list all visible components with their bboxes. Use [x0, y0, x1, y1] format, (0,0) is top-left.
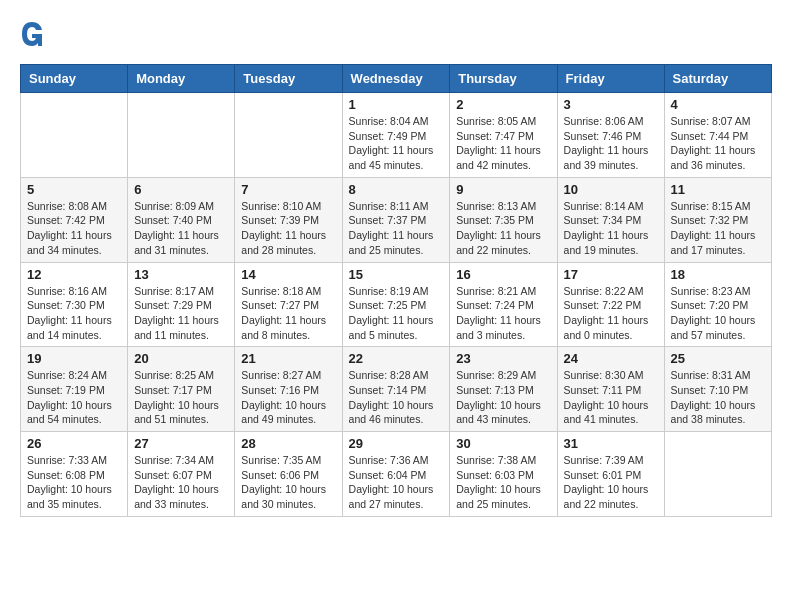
day-number: 14 [241, 267, 335, 282]
day-number: 1 [349, 97, 444, 112]
calendar-cell: 10Sunrise: 8:14 AM Sunset: 7:34 PM Dayli… [557, 177, 664, 262]
day-number: 9 [456, 182, 550, 197]
day-number: 7 [241, 182, 335, 197]
day-info: Sunrise: 8:09 AM Sunset: 7:40 PM Dayligh… [134, 199, 228, 258]
day-of-week-header: Thursday [450, 65, 557, 93]
calendar-cell [664, 432, 771, 517]
calendar-cell: 23Sunrise: 8:29 AM Sunset: 7:13 PM Dayli… [450, 347, 557, 432]
day-info: Sunrise: 8:16 AM Sunset: 7:30 PM Dayligh… [27, 284, 121, 343]
day-info: Sunrise: 8:07 AM Sunset: 7:44 PM Dayligh… [671, 114, 765, 173]
calendar-cell: 1Sunrise: 8:04 AM Sunset: 7:49 PM Daylig… [342, 93, 450, 178]
day-info: Sunrise: 8:19 AM Sunset: 7:25 PM Dayligh… [349, 284, 444, 343]
day-info: Sunrise: 8:11 AM Sunset: 7:37 PM Dayligh… [349, 199, 444, 258]
day-number: 4 [671, 97, 765, 112]
logo-icon [20, 20, 44, 48]
day-info: Sunrise: 8:17 AM Sunset: 7:29 PM Dayligh… [134, 284, 228, 343]
day-info: Sunrise: 8:05 AM Sunset: 7:47 PM Dayligh… [456, 114, 550, 173]
calendar-cell: 31Sunrise: 7:39 AM Sunset: 6:01 PM Dayli… [557, 432, 664, 517]
day-of-week-header: Friday [557, 65, 664, 93]
day-number: 11 [671, 182, 765, 197]
day-number: 18 [671, 267, 765, 282]
day-info: Sunrise: 8:21 AM Sunset: 7:24 PM Dayligh… [456, 284, 550, 343]
day-number: 10 [564, 182, 658, 197]
day-info: Sunrise: 8:06 AM Sunset: 7:46 PM Dayligh… [564, 114, 658, 173]
day-number: 28 [241, 436, 335, 451]
calendar-cell: 12Sunrise: 8:16 AM Sunset: 7:30 PM Dayli… [21, 262, 128, 347]
day-number: 5 [27, 182, 121, 197]
calendar-cell: 8Sunrise: 8:11 AM Sunset: 7:37 PM Daylig… [342, 177, 450, 262]
day-of-week-header: Tuesday [235, 65, 342, 93]
day-info: Sunrise: 8:30 AM Sunset: 7:11 PM Dayligh… [564, 368, 658, 427]
calendar-cell: 22Sunrise: 8:28 AM Sunset: 7:14 PM Dayli… [342, 347, 450, 432]
day-number: 3 [564, 97, 658, 112]
day-info: Sunrise: 8:13 AM Sunset: 7:35 PM Dayligh… [456, 199, 550, 258]
calendar-cell: 28Sunrise: 7:35 AM Sunset: 6:06 PM Dayli… [235, 432, 342, 517]
calendar-cell [128, 93, 235, 178]
day-number: 19 [27, 351, 121, 366]
calendar-cell: 16Sunrise: 8:21 AM Sunset: 7:24 PM Dayli… [450, 262, 557, 347]
day-info: Sunrise: 8:31 AM Sunset: 7:10 PM Dayligh… [671, 368, 765, 427]
calendar-cell: 6Sunrise: 8:09 AM Sunset: 7:40 PM Daylig… [128, 177, 235, 262]
calendar-cell: 29Sunrise: 7:36 AM Sunset: 6:04 PM Dayli… [342, 432, 450, 517]
calendar-cell: 24Sunrise: 8:30 AM Sunset: 7:11 PM Dayli… [557, 347, 664, 432]
calendar-cell: 2Sunrise: 8:05 AM Sunset: 7:47 PM Daylig… [450, 93, 557, 178]
day-info: Sunrise: 8:22 AM Sunset: 7:22 PM Dayligh… [564, 284, 658, 343]
calendar-cell: 4Sunrise: 8:07 AM Sunset: 7:44 PM Daylig… [664, 93, 771, 178]
calendar-week-row: 19Sunrise: 8:24 AM Sunset: 7:19 PM Dayli… [21, 347, 772, 432]
day-number: 6 [134, 182, 228, 197]
calendar-cell [21, 93, 128, 178]
day-info: Sunrise: 8:18 AM Sunset: 7:27 PM Dayligh… [241, 284, 335, 343]
day-info: Sunrise: 7:36 AM Sunset: 6:04 PM Dayligh… [349, 453, 444, 512]
day-number: 29 [349, 436, 444, 451]
day-info: Sunrise: 8:08 AM Sunset: 7:42 PM Dayligh… [27, 199, 121, 258]
day-number: 23 [456, 351, 550, 366]
day-of-week-header: Saturday [664, 65, 771, 93]
calendar-cell: 13Sunrise: 8:17 AM Sunset: 7:29 PM Dayli… [128, 262, 235, 347]
day-number: 26 [27, 436, 121, 451]
day-info: Sunrise: 7:34 AM Sunset: 6:07 PM Dayligh… [134, 453, 228, 512]
calendar-cell: 20Sunrise: 8:25 AM Sunset: 7:17 PM Dayli… [128, 347, 235, 432]
day-info: Sunrise: 7:38 AM Sunset: 6:03 PM Dayligh… [456, 453, 550, 512]
day-number: 8 [349, 182, 444, 197]
day-info: Sunrise: 8:25 AM Sunset: 7:17 PM Dayligh… [134, 368, 228, 427]
calendar-cell: 14Sunrise: 8:18 AM Sunset: 7:27 PM Dayli… [235, 262, 342, 347]
calendar-cell: 15Sunrise: 8:19 AM Sunset: 7:25 PM Dayli… [342, 262, 450, 347]
calendar-cell: 9Sunrise: 8:13 AM Sunset: 7:35 PM Daylig… [450, 177, 557, 262]
day-info: Sunrise: 8:23 AM Sunset: 7:20 PM Dayligh… [671, 284, 765, 343]
calendar-cell: 11Sunrise: 8:15 AM Sunset: 7:32 PM Dayli… [664, 177, 771, 262]
calendar-cell: 19Sunrise: 8:24 AM Sunset: 7:19 PM Dayli… [21, 347, 128, 432]
day-info: Sunrise: 7:35 AM Sunset: 6:06 PM Dayligh… [241, 453, 335, 512]
day-info: Sunrise: 8:04 AM Sunset: 7:49 PM Dayligh… [349, 114, 444, 173]
day-info: Sunrise: 8:27 AM Sunset: 7:16 PM Dayligh… [241, 368, 335, 427]
day-number: 24 [564, 351, 658, 366]
day-number: 20 [134, 351, 228, 366]
day-info: Sunrise: 7:33 AM Sunset: 6:08 PM Dayligh… [27, 453, 121, 512]
calendar: SundayMondayTuesdayWednesdayThursdayFrid… [20, 64, 772, 517]
calendar-cell: 27Sunrise: 7:34 AM Sunset: 6:07 PM Dayli… [128, 432, 235, 517]
day-of-week-header: Monday [128, 65, 235, 93]
calendar-week-row: 12Sunrise: 8:16 AM Sunset: 7:30 PM Dayli… [21, 262, 772, 347]
day-info: Sunrise: 7:39 AM Sunset: 6:01 PM Dayligh… [564, 453, 658, 512]
day-number: 27 [134, 436, 228, 451]
day-info: Sunrise: 8:24 AM Sunset: 7:19 PM Dayligh… [27, 368, 121, 427]
calendar-cell: 18Sunrise: 8:23 AM Sunset: 7:20 PM Dayli… [664, 262, 771, 347]
day-number: 2 [456, 97, 550, 112]
day-number: 31 [564, 436, 658, 451]
calendar-cell: 26Sunrise: 7:33 AM Sunset: 6:08 PM Dayli… [21, 432, 128, 517]
calendar-cell: 21Sunrise: 8:27 AM Sunset: 7:16 PM Dayli… [235, 347, 342, 432]
day-number: 16 [456, 267, 550, 282]
calendar-header-row: SundayMondayTuesdayWednesdayThursdayFrid… [21, 65, 772, 93]
day-info: Sunrise: 8:15 AM Sunset: 7:32 PM Dayligh… [671, 199, 765, 258]
calendar-week-row: 5Sunrise: 8:08 AM Sunset: 7:42 PM Daylig… [21, 177, 772, 262]
calendar-cell: 17Sunrise: 8:22 AM Sunset: 7:22 PM Dayli… [557, 262, 664, 347]
calendar-cell [235, 93, 342, 178]
day-number: 21 [241, 351, 335, 366]
day-number: 30 [456, 436, 550, 451]
day-of-week-header: Wednesday [342, 65, 450, 93]
day-number: 12 [27, 267, 121, 282]
calendar-cell: 5Sunrise: 8:08 AM Sunset: 7:42 PM Daylig… [21, 177, 128, 262]
day-number: 17 [564, 267, 658, 282]
day-info: Sunrise: 8:28 AM Sunset: 7:14 PM Dayligh… [349, 368, 444, 427]
calendar-cell: 3Sunrise: 8:06 AM Sunset: 7:46 PM Daylig… [557, 93, 664, 178]
day-number: 15 [349, 267, 444, 282]
